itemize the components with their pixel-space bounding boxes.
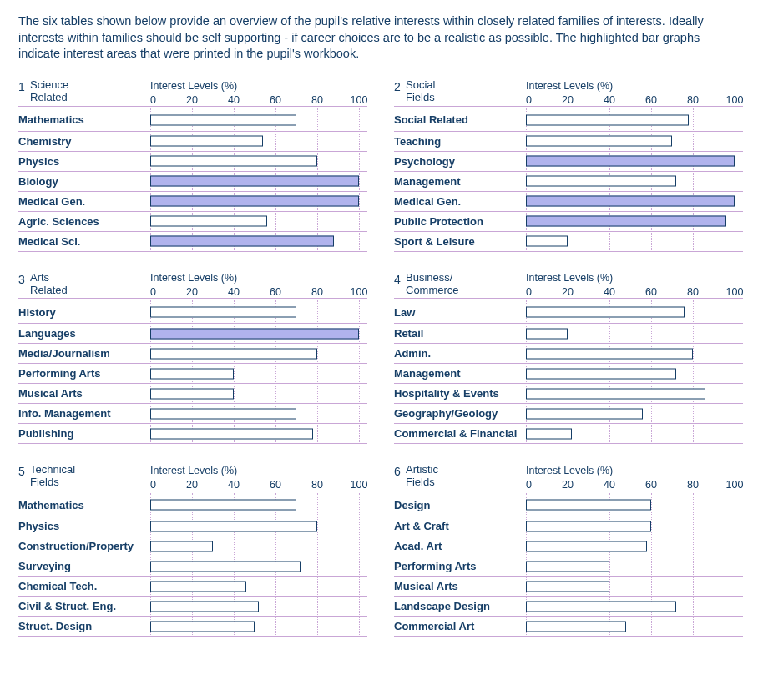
- row-label: Medical Gen.: [394, 195, 526, 208]
- bar-area: [150, 384, 359, 403]
- grid-line: [359, 596, 360, 617]
- grid-line: [693, 596, 694, 617]
- row-label: Surveying: [18, 560, 150, 572]
- chart-rows: HistoryLanguagesMedia/JournalismPerformi…: [18, 299, 367, 444]
- bar-area: [526, 232, 735, 251]
- bar: [150, 408, 296, 419]
- bar: [150, 541, 213, 551]
- chart-rows: Social RelatedTeachingPsychologyManageme…: [394, 107, 743, 252]
- bar: [150, 136, 263, 147]
- panel-title-block: 6ArtisticFields: [394, 464, 526, 491]
- chart-row: Medical Gen.: [394, 191, 743, 211]
- row-label: Commercial Art: [394, 620, 526, 632]
- bar: [150, 428, 313, 439]
- row-label: Chemistry: [18, 135, 150, 148]
- grid-line: [359, 616, 360, 637]
- chart-row: Info. Management: [18, 403, 367, 423]
- row-label: Teaching: [394, 135, 526, 148]
- bar: [526, 114, 689, 125]
- row-label: Musical Arts: [18, 387, 150, 400]
- chart-row: Design: [394, 491, 743, 516]
- chart-panel: 5TechnicalFieldsInterest Levels (%)02040…: [18, 464, 367, 637]
- grid-line: [735, 151, 735, 172]
- grid-line: [693, 403, 694, 424]
- row-label: Commercial & Financial: [394, 427, 526, 440]
- chart-row: Physics: [18, 151, 367, 171]
- axis-ticks: 020406080100: [150, 478, 359, 491]
- axis-tick: 0: [150, 94, 156, 106]
- bar-highlighted: [526, 216, 726, 227]
- grid-line: [275, 211, 276, 232]
- grid-line: [317, 363, 318, 384]
- chart-row: Commercial & Financial: [394, 423, 743, 443]
- axis-title: Interest Levels (%): [150, 80, 367, 92]
- row-label: Acad. Art: [394, 540, 526, 552]
- axis-tick: 80: [311, 286, 323, 298]
- axis-ticks: 020406080100: [526, 478, 735, 491]
- axis-tick: 80: [311, 479, 323, 491]
- row-label: Medical Gen.: [18, 195, 150, 208]
- axis-block: Interest Levels (%)020406080100: [150, 465, 367, 491]
- grid-line: [693, 536, 694, 556]
- panel-header: 3ArtsRelatedInterest Levels (%)020406080…: [18, 272, 367, 300]
- axis-tick: 80: [687, 479, 699, 491]
- grid-line: [275, 576, 276, 597]
- grid-line: [735, 363, 735, 384]
- bar-area: [150, 109, 359, 131]
- chart-row: Medical Gen.: [18, 191, 367, 211]
- axis-tick: 80: [311, 94, 323, 106]
- axis-ticks: 020406080100: [526, 285, 735, 298]
- panel-title: TechnicalFields: [30, 464, 75, 489]
- grid-line: [651, 493, 652, 516]
- grid-line: [693, 363, 694, 384]
- grid-line: [317, 300, 318, 324]
- bar: [150, 368, 234, 379]
- chart-row: Management: [394, 363, 743, 383]
- panel-title-block: 2SocialFields: [394, 79, 526, 106]
- grid-line: [359, 171, 360, 192]
- axis-block: Interest Levels (%)020406080100: [526, 272, 743, 298]
- bar: [526, 388, 705, 399]
- axis-tick: 20: [186, 479, 198, 491]
- grid-line: [359, 300, 360, 324]
- chart-row: Chemistry: [18, 131, 367, 151]
- grid-line: [359, 131, 360, 152]
- bar-area: [526, 536, 735, 556]
- bar-area: [526, 172, 735, 191]
- grid-line: [693, 323, 694, 344]
- panel-title-block: 1ScienceRelated: [18, 79, 150, 106]
- bar-area: [150, 364, 359, 383]
- chart-panel: 6ArtisticFieldsInterest Levels (%)020406…: [394, 464, 743, 637]
- grid-line: [317, 556, 318, 577]
- bar-area: [150, 301, 359, 323]
- chart-row: Physics: [18, 516, 367, 536]
- grid-line: [735, 300, 735, 324]
- bar-area: [526, 212, 735, 231]
- panel-index: 1: [18, 79, 30, 93]
- chart-row: Chemical Tech.: [18, 576, 367, 596]
- chart-row: Sport & Leisure: [394, 231, 743, 251]
- row-label: Struct. Design: [18, 620, 150, 632]
- row-label: Psychology: [394, 155, 526, 168]
- panel-index: 4: [394, 272, 406, 286]
- grid-line: [609, 423, 610, 444]
- axis-block: Interest Levels (%)020406080100: [150, 272, 367, 298]
- row-label: Sport & Leisure: [394, 235, 526, 248]
- grid-line: [651, 323, 652, 344]
- grid-line: [317, 211, 318, 232]
- bar: [526, 368, 676, 379]
- axis-tick: 60: [270, 286, 281, 298]
- chart-row: Civil & Struct. Eng.: [18, 596, 367, 616]
- grid-line: [275, 616, 276, 637]
- grid-line: [317, 151, 318, 172]
- axis-tick: 20: [562, 286, 574, 298]
- grid-line: [735, 403, 735, 424]
- row-label: Management: [394, 367, 526, 380]
- panel-index: 5: [18, 464, 30, 478]
- bar: [526, 176, 676, 187]
- axis-tick: 60: [645, 479, 657, 491]
- bar: [526, 348, 693, 359]
- bar: [150, 500, 296, 511]
- bar-area: [150, 617, 359, 636]
- bar: [526, 408, 643, 419]
